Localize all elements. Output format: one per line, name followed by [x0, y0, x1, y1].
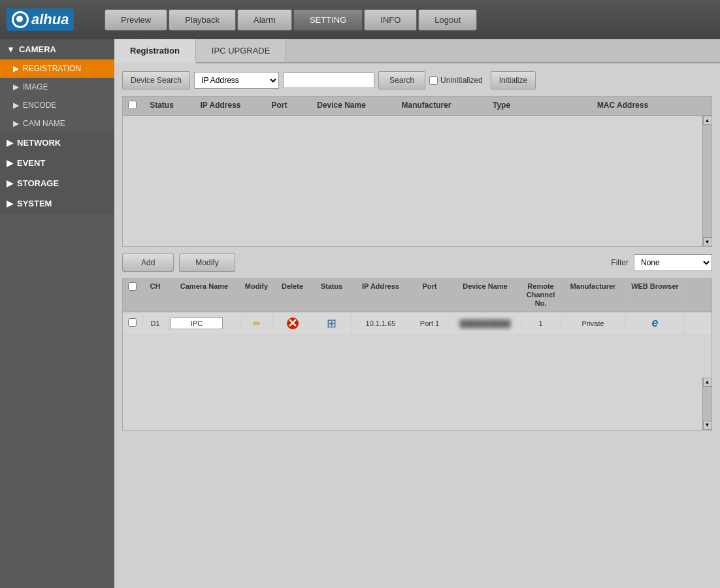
row-device-name: ██████████	[450, 316, 521, 331]
scroll-up-button[interactable]: ▲	[703, 116, 712, 125]
reg-th-port: Port	[410, 279, 450, 312]
sidebar-system-label: SYSTEM	[17, 199, 52, 208]
search-results-table: Status IP Address Port Device Name Manuf…	[122, 96, 712, 247]
system-arrow-icon: ▶	[7, 199, 13, 208]
row-modify: ✏	[240, 314, 273, 333]
reg-th-checkbox	[123, 279, 142, 312]
sidebar-event-label: EVENT	[17, 158, 45, 168]
reg-th-ip: IP Address	[352, 279, 410, 312]
sidebar-section-event: ▶ EVENT	[0, 153, 114, 173]
row-manufacturer: Private	[561, 316, 626, 331]
reg-th-ch: CH	[142, 279, 169, 312]
logo-circle	[12, 11, 29, 28]
search-bar: Device Search IP Address Device Name MAC…	[122, 71, 712, 90]
uninit-label[interactable]: Uninitialized	[429, 76, 483, 85]
row-status: ⊞	[312, 312, 352, 335]
remote-ch-line2: Channel	[527, 291, 555, 299]
sidebar-storage-label: STORAGE	[17, 178, 59, 188]
th-mac: MAC Address	[534, 97, 712, 115]
sidebar-event-title[interactable]: ▶ EVENT	[0, 153, 114, 173]
reg-table-empty-space: ▲ ▼	[123, 378, 712, 430]
nav-setting[interactable]: SETTING	[293, 9, 363, 31]
sidebar-section-system: ▶ SYSTEM	[0, 193, 114, 214]
device-search-button[interactable]: Device Search	[122, 71, 190, 90]
reg-scroll-down[interactable]: ▼	[703, 421, 712, 430]
reg-th-manufacturer: Manufacturer	[561, 279, 626, 312]
sidebar-item-label-registration: REGISTRATION	[23, 64, 81, 73]
row-remote-ch: 1	[521, 316, 561, 331]
reg-th-status: Status	[312, 279, 352, 312]
main-layout: ▼ CAMERA ▶ REGISTRATION ▶ IMAGE ▶ ENCODE…	[0, 39, 720, 588]
sidebar-item-label-image: IMAGE	[23, 82, 48, 91]
sidebar-item-image[interactable]: ▶ IMAGE	[0, 78, 114, 96]
search-type-select[interactable]: IP Address Device Name MAC Address	[194, 72, 279, 89]
remote-ch-header: Remote Channel No.	[523, 282, 558, 308]
sidebar-storage-title[interactable]: ▶ STORAGE	[0, 173, 114, 193]
sidebar-network-label: NETWORK	[17, 138, 61, 148]
sidebar-item-label-encode: ENCODE	[23, 101, 56, 110]
reg-th-remote-ch: Remote Channel No.	[521, 279, 561, 312]
th-port: Port	[260, 97, 299, 115]
reg-th-device-name: Device Name	[450, 279, 521, 312]
sidebar-system-title[interactable]: ▶ SYSTEM	[0, 193, 114, 214]
modify-button[interactable]: Modify	[179, 253, 235, 272]
action-row: Add Modify Filter None Online Offline	[122, 253, 712, 272]
reg-scroll-up[interactable]: ▲	[703, 378, 712, 387]
sidebar-item-encode[interactable]: ▶ ENCODE	[0, 96, 114, 114]
reg-th-web-browser: WEB Browser	[626, 279, 685, 312]
device-name-blurred: ██████████	[460, 319, 511, 327]
edit-icon[interactable]: ✏	[253, 318, 261, 329]
sidebar-item-cam-name[interactable]: ▶ CAM NAME	[0, 114, 114, 133]
logo-image: alhua	[7, 8, 74, 31]
th-type: Type	[469, 97, 534, 115]
nav-playback[interactable]: Playback	[169, 9, 236, 31]
sidebar-section-camera: ▼ CAMERA ▶ REGISTRATION ▶ IMAGE ▶ ENCODE…	[0, 39, 114, 133]
uninit-text: Uninitialized	[440, 76, 483, 85]
logo-text: alhua	[31, 11, 69, 28]
row-web-browser: e	[626, 312, 685, 334]
delete-icon[interactable]: ✕	[287, 318, 299, 329]
reg-table-body: D1 IPC ✏ ✕ ⊞ 10.1.1.65	[123, 312, 712, 378]
add-button[interactable]: Add	[122, 253, 174, 272]
reg-scrollbar: ▲ ▼	[702, 378, 712, 430]
header: alhua Preview Playback Alarm SETTING INF…	[0, 0, 720, 39]
sidebar-camera-label: CAMERA	[19, 44, 56, 54]
filter-select[interactable]: None Online Offline	[634, 254, 712, 271]
th-status: Status	[142, 97, 182, 115]
arrow-icon-image: ▶	[13, 82, 19, 91]
status-icon: ⊞	[327, 317, 336, 330]
nav-info[interactable]: INFO	[364, 9, 417, 31]
uninit-checkbox[interactable]	[429, 76, 438, 85]
arrow-icon-cam-name: ▶	[13, 119, 19, 128]
search-table-body: ▲ ▼	[123, 116, 712, 246]
reg-th-delete: Delete	[273, 279, 312, 312]
tab-registration[interactable]: Registration	[114, 39, 196, 63]
logo: alhua	[7, 3, 91, 36]
tab-ipc-upgrade[interactable]: IPC UPGRADE	[196, 39, 287, 62]
search-input[interactable]	[283, 73, 374, 88]
row-checkbox[interactable]	[128, 318, 137, 327]
search-table-header: Status IP Address Port Device Name Manuf…	[123, 97, 712, 116]
scroll-down-button[interactable]: ▼	[703, 237, 712, 246]
sidebar-item-label-cam-name: CAM NAME	[23, 119, 65, 128]
sidebar-item-registration[interactable]: ▶ REGISTRATION	[0, 59, 114, 78]
sidebar-network-title[interactable]: ▶ NETWORK	[0, 133, 114, 153]
select-all-checkbox[interactable]	[128, 101, 137, 109]
sidebar-section-network: ▶ NETWORK	[0, 133, 114, 153]
sidebar: ▼ CAMERA ▶ REGISTRATION ▶ IMAGE ▶ ENCODE…	[0, 39, 114, 588]
ie-icon[interactable]: e	[651, 316, 658, 329]
nav-alarm[interactable]: Alarm	[237, 9, 292, 31]
reg-select-all[interactable]	[128, 282, 137, 291]
nav-preview[interactable]: Preview	[105, 9, 167, 31]
tab-bar: Registration IPC UPGRADE	[114, 39, 720, 63]
th-ip-address: IP Address	[182, 97, 260, 115]
sidebar-camera-title[interactable]: ▼ CAMERA	[0, 39, 114, 59]
row-checkbox-cell	[123, 314, 142, 332]
initialize-button[interactable]: Initialize	[491, 71, 536, 90]
nav-logout[interactable]: Logout	[418, 9, 477, 31]
event-arrow-icon: ▶	[7, 158, 13, 168]
reg-th-camera-name: Camera Name	[169, 279, 240, 312]
search-button[interactable]: Search	[378, 71, 425, 90]
remote-ch-line3: No.	[535, 299, 547, 308]
row-camera-name: IPC	[169, 314, 240, 333]
